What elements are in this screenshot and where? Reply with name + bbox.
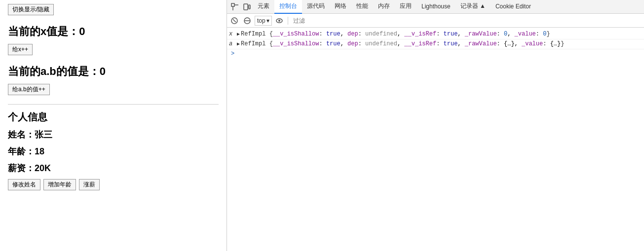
ab-increment-button[interactable]: 给a.b的值++	[8, 84, 50, 95]
tab-network[interactable]: 网络	[330, 0, 351, 14]
console-brace-open-x: {	[269, 31, 273, 37]
console-chevron-icon: >	[231, 50, 234, 57]
devtools-panel: 元素 控制台 源代码 网络 性能 内存 应用 Lighthouse 记录器 ▲ …	[227, 0, 644, 251]
svg-point-10	[278, 20, 280, 22]
x-increment-button[interactable]: 给x++	[8, 44, 33, 55]
section-title: 个人信息	[8, 110, 219, 124]
tab-console[interactable]: 控制台	[274, 0, 302, 14]
console-refimpl-x: RefImpl	[241, 31, 269, 37]
divider	[8, 104, 219, 105]
block-icon[interactable]	[242, 15, 253, 26]
eye-icon[interactable]	[274, 15, 285, 26]
tab-elements[interactable]: 元素	[253, 0, 274, 14]
svg-rect-4	[249, 5, 250, 9]
raise-salary-button[interactable]: 涨薪	[79, 179, 100, 190]
current-ab-value: 0	[100, 65, 106, 77]
console-key-a: a	[229, 40, 235, 47]
current-x-display: 当前的x值是：0	[8, 24, 219, 39]
age-row: 年龄：18	[8, 145, 219, 157]
inspect-element-icon[interactable]	[229, 1, 241, 13]
current-ab-display: 当前的a.b的值是：0	[8, 64, 219, 79]
console-brace-open-a: {	[269, 40, 273, 47]
clear-console-icon[interactable]	[229, 15, 240, 26]
tab-lighthouse[interactable]: Lighthouse	[417, 0, 455, 14]
context-selector[interactable]: top ▾	[255, 16, 272, 26]
tab-application[interactable]: 应用	[395, 0, 417, 14]
top-label: top	[257, 17, 265, 24]
modify-name-button[interactable]: 修改姓名	[8, 179, 40, 190]
tab-sources[interactable]: 源代码	[302, 0, 330, 14]
console-row-a: a ▶ RefImpl { __v_isShallow: true, dep: …	[227, 39, 644, 49]
console-prompt: >	[227, 49, 644, 58]
console-output: x ▶ RefImpl { __v_isShallow: true, dep: …	[227, 28, 644, 251]
console-key-x: x	[229, 31, 235, 37]
svg-rect-0	[231, 3, 234, 6]
current-ab-label: 当前的a.b的值是：	[8, 65, 100, 77]
expand-arrow-x[interactable]: ▶	[237, 31, 240, 37]
console-row-x: x ▶ RefImpl { __v_isShallow: true, dep: …	[227, 30, 644, 39]
chevron-down-icon: ▾	[266, 17, 269, 24]
toolbar-separator	[288, 17, 288, 25]
name-row: 姓名：张三	[8, 129, 219, 141]
tab-memory[interactable]: 内存	[373, 0, 395, 14]
toggle-display-button[interactable]: 切换显示/隐藏	[8, 4, 54, 15]
console-toolbar: top ▾	[227, 14, 644, 28]
expand-arrow-a[interactable]: ▶	[237, 41, 240, 47]
device-toolbar-icon[interactable]	[241, 1, 253, 13]
salary-row: 薪资：20K	[8, 162, 219, 174]
console-refimpl-a: RefImpl	[241, 40, 269, 47]
action-buttons: 修改姓名 增加年龄 涨薪	[8, 179, 219, 190]
increase-age-button[interactable]: 增加年龄	[43, 179, 76, 190]
tab-performance[interactable]: 性能	[351, 0, 373, 14]
filter-input[interactable]	[291, 17, 642, 24]
left-panel: 切换显示/隐藏 当前的x值是：0 给x++ 当前的a.b的值是：0 给a.b的值…	[0, 0, 227, 251]
tab-recorder[interactable]: 记录器 ▲	[455, 0, 491, 14]
devtools-tab-bar: 元素 控制台 源代码 网络 性能 内存 应用 Lighthouse 记录器 ▲ …	[227, 0, 644, 14]
svg-line-6	[233, 19, 236, 22]
current-x-value: 0	[79, 25, 85, 37]
tab-cookie-editor[interactable]: Cookie Editor	[491, 0, 536, 14]
current-x-label: 当前的x值是：	[8, 25, 79, 37]
svg-rect-3	[244, 4, 248, 10]
